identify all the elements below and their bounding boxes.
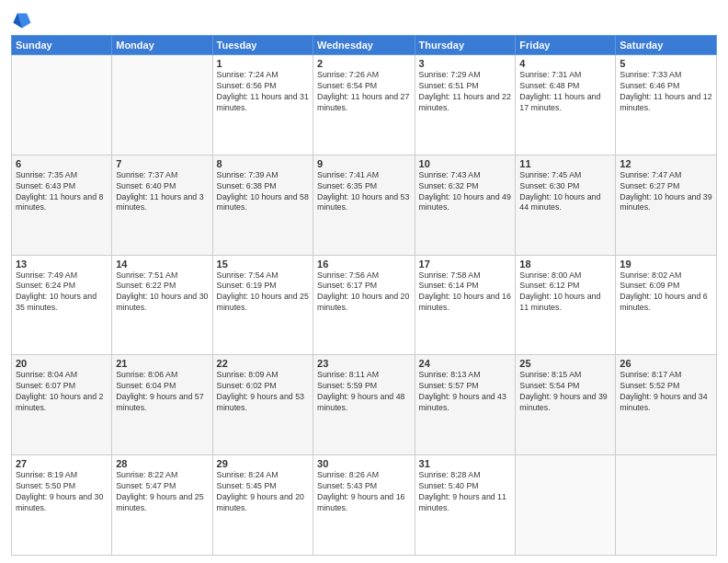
day-number: 14 xyxy=(116,259,208,270)
calendar-cell xyxy=(12,55,112,155)
day-info: Sunrise: 7:24 AM Sunset: 6:56 PM Dayligh… xyxy=(217,70,309,114)
day-info: Sunrise: 7:39 AM Sunset: 6:38 PM Dayligh… xyxy=(217,170,309,214)
day-info: Sunrise: 8:02 AM Sunset: 6:09 PM Dayligh… xyxy=(620,270,712,315)
calendar-cell xyxy=(616,455,717,556)
main-container: SundayMondayTuesdayWednesdayThursdayFrid… xyxy=(0,0,728,563)
calendar-cell xyxy=(112,55,212,155)
day-number: 3 xyxy=(419,58,512,69)
day-number: 2 xyxy=(317,58,410,69)
calendar-cell: 12Sunrise: 7:47 AM Sunset: 6:27 PM Dayli… xyxy=(616,155,717,255)
day-number: 28 xyxy=(116,458,208,469)
calendar-cell: 18Sunrise: 8:00 AM Sunset: 6:12 PM Dayli… xyxy=(516,255,616,355)
day-number: 21 xyxy=(116,358,208,369)
day-info: Sunrise: 7:45 AM Sunset: 6:30 PM Dayligh… xyxy=(519,170,611,214)
calendar-cell: 30Sunrise: 8:26 AM Sunset: 5:43 PM Dayli… xyxy=(313,455,415,556)
calendar-cell: 24Sunrise: 8:13 AM Sunset: 5:57 PM Dayli… xyxy=(415,355,516,455)
day-number: 13 xyxy=(16,259,108,270)
calendar-cell: 15Sunrise: 7:54 AM Sunset: 6:19 PM Dayli… xyxy=(212,255,313,355)
day-number: 31 xyxy=(419,458,512,469)
day-info: Sunrise: 7:54 AM Sunset: 6:19 PM Dayligh… xyxy=(217,270,309,315)
logo xyxy=(11,9,34,29)
calendar-cell: 25Sunrise: 8:15 AM Sunset: 5:54 PM Dayli… xyxy=(516,355,616,455)
weekday-header-tuesday: Tuesday xyxy=(212,36,313,55)
day-info: Sunrise: 8:09 AM Sunset: 6:02 PM Dayligh… xyxy=(217,370,309,414)
calendar-cell: 5Sunrise: 7:33 AM Sunset: 6:46 PM Daylig… xyxy=(616,55,717,155)
day-number: 7 xyxy=(116,158,208,169)
day-number: 20 xyxy=(16,358,108,369)
calendar-cell: 1Sunrise: 7:24 AM Sunset: 6:56 PM Daylig… xyxy=(212,55,313,155)
day-number: 11 xyxy=(519,158,611,169)
day-number: 4 xyxy=(519,58,611,69)
day-info: Sunrise: 7:29 AM Sunset: 6:51 PM Dayligh… xyxy=(419,70,512,114)
day-info: Sunrise: 7:49 AM Sunset: 6:24 PM Dayligh… xyxy=(16,270,108,315)
day-info: Sunrise: 8:06 AM Sunset: 6:04 PM Dayligh… xyxy=(116,370,208,414)
calendar-cell: 19Sunrise: 8:02 AM Sunset: 6:09 PM Dayli… xyxy=(616,255,717,355)
day-number: 12 xyxy=(620,158,712,169)
day-info: Sunrise: 7:47 AM Sunset: 6:27 PM Dayligh… xyxy=(620,170,712,214)
day-info: Sunrise: 7:58 AM Sunset: 6:14 PM Dayligh… xyxy=(419,270,512,315)
day-info: Sunrise: 8:24 AM Sunset: 5:45 PM Dayligh… xyxy=(217,470,309,514)
calendar-cell: 22Sunrise: 8:09 AM Sunset: 6:02 PM Dayli… xyxy=(212,355,313,455)
calendar-cell: 10Sunrise: 7:43 AM Sunset: 6:32 PM Dayli… xyxy=(415,155,516,255)
calendar-cell: 23Sunrise: 8:11 AM Sunset: 5:59 PM Dayli… xyxy=(313,355,415,455)
weekday-header-friday: Friday xyxy=(516,36,616,55)
day-number: 30 xyxy=(317,458,410,469)
calendar-cell: 7Sunrise: 7:37 AM Sunset: 6:40 PM Daylig… xyxy=(112,155,212,255)
calendar-cell: 26Sunrise: 8:17 AM Sunset: 5:52 PM Dayli… xyxy=(616,355,717,455)
day-number: 18 xyxy=(519,259,611,270)
day-number: 27 xyxy=(16,458,108,469)
day-number: 22 xyxy=(217,358,309,369)
weekday-header-wednesday: Wednesday xyxy=(313,36,415,55)
day-number: 29 xyxy=(217,458,309,469)
day-info: Sunrise: 7:26 AM Sunset: 6:54 PM Dayligh… xyxy=(317,70,410,114)
day-info: Sunrise: 8:04 AM Sunset: 6:07 PM Dayligh… xyxy=(16,370,108,414)
calendar-table: SundayMondayTuesdayWednesdayThursdayFrid… xyxy=(11,35,717,556)
calendar-cell: 21Sunrise: 8:06 AM Sunset: 6:04 PM Dayli… xyxy=(112,355,212,455)
day-info: Sunrise: 8:15 AM Sunset: 5:54 PM Dayligh… xyxy=(519,370,611,414)
weekday-header-sunday: Sunday xyxy=(12,36,112,55)
calendar-cell: 27Sunrise: 8:19 AM Sunset: 5:50 PM Dayli… xyxy=(12,455,112,556)
day-number: 26 xyxy=(620,358,712,369)
day-number: 16 xyxy=(317,259,410,270)
week-row-4: 27Sunrise: 8:19 AM Sunset: 5:50 PM Dayli… xyxy=(12,455,717,556)
header xyxy=(11,9,717,29)
day-info: Sunrise: 7:41 AM Sunset: 6:35 PM Dayligh… xyxy=(317,170,410,214)
day-info: Sunrise: 8:28 AM Sunset: 5:40 PM Dayligh… xyxy=(419,470,512,514)
day-info: Sunrise: 8:00 AM Sunset: 6:12 PM Dayligh… xyxy=(519,270,611,315)
day-number: 23 xyxy=(317,358,410,369)
day-info: Sunrise: 8:19 AM Sunset: 5:50 PM Dayligh… xyxy=(16,470,108,514)
day-info: Sunrise: 8:26 AM Sunset: 5:43 PM Dayligh… xyxy=(317,470,410,514)
day-number: 6 xyxy=(16,158,108,169)
day-info: Sunrise: 8:13 AM Sunset: 5:57 PM Dayligh… xyxy=(419,370,512,414)
calendar-cell: 17Sunrise: 7:58 AM Sunset: 6:14 PM Dayli… xyxy=(415,255,516,355)
calendar-cell: 6Sunrise: 7:35 AM Sunset: 6:43 PM Daylig… xyxy=(12,155,112,255)
calendar-cell: 28Sunrise: 8:22 AM Sunset: 5:47 PM Dayli… xyxy=(112,455,212,556)
weekday-header-saturday: Saturday xyxy=(616,36,717,55)
day-number: 10 xyxy=(419,158,512,169)
calendar-cell: 31Sunrise: 8:28 AM Sunset: 5:40 PM Dayli… xyxy=(415,455,516,556)
weekday-header-row: SundayMondayTuesdayWednesdayThursdayFrid… xyxy=(12,36,717,55)
day-number: 25 xyxy=(519,358,611,369)
day-info: Sunrise: 7:51 AM Sunset: 6:22 PM Dayligh… xyxy=(116,270,208,315)
calendar-cell: 3Sunrise: 7:29 AM Sunset: 6:51 PM Daylig… xyxy=(415,55,516,155)
week-row-2: 13Sunrise: 7:49 AM Sunset: 6:24 PM Dayli… xyxy=(12,255,717,355)
day-number: 24 xyxy=(419,358,512,369)
day-info: Sunrise: 7:35 AM Sunset: 6:43 PM Dayligh… xyxy=(16,170,108,214)
calendar-cell: 29Sunrise: 8:24 AM Sunset: 5:45 PM Dayli… xyxy=(212,455,313,556)
day-number: 1 xyxy=(217,58,309,69)
day-number: 17 xyxy=(419,259,512,270)
calendar-cell: 9Sunrise: 7:41 AM Sunset: 6:35 PM Daylig… xyxy=(313,155,415,255)
calendar-cell: 20Sunrise: 8:04 AM Sunset: 6:07 PM Dayli… xyxy=(12,355,112,455)
logo-icon xyxy=(12,9,32,29)
day-info: Sunrise: 8:17 AM Sunset: 5:52 PM Dayligh… xyxy=(620,370,712,414)
week-row-0: 1Sunrise: 7:24 AM Sunset: 6:56 PM Daylig… xyxy=(12,55,717,155)
day-number: 5 xyxy=(620,58,712,69)
day-number: 15 xyxy=(217,259,309,270)
calendar-cell: 8Sunrise: 7:39 AM Sunset: 6:38 PM Daylig… xyxy=(212,155,313,255)
weekday-header-monday: Monday xyxy=(112,36,212,55)
day-info: Sunrise: 7:56 AM Sunset: 6:17 PM Dayligh… xyxy=(317,270,410,315)
day-info: Sunrise: 8:22 AM Sunset: 5:47 PM Dayligh… xyxy=(116,470,208,514)
weekday-header-thursday: Thursday xyxy=(415,36,516,55)
day-number: 8 xyxy=(217,158,309,169)
week-row-3: 20Sunrise: 8:04 AM Sunset: 6:07 PM Dayli… xyxy=(12,355,717,455)
